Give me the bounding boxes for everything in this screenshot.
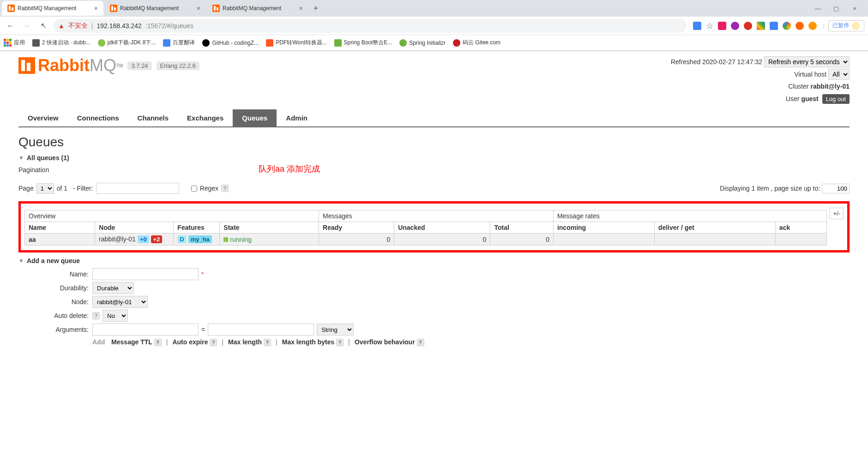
help-icon[interactable]: ? (417, 339, 424, 346)
bookmark-item[interactable]: Spring Boot整合E... (334, 39, 392, 47)
bookmark-item[interactable]: 百度翻译 (163, 39, 195, 47)
th-deliver[interactable]: deliver / get (654, 222, 775, 234)
bookmark-label: 码云 Gitee.com (463, 39, 500, 47)
paused-badge[interactable]: 已暂停 (828, 20, 864, 31)
th-features[interactable]: Features (174, 222, 220, 234)
browser-tab-1[interactable]: RabbitMQ Management × (2, 1, 103, 16)
cluster-name: rabbit@ly-01 (811, 83, 850, 90)
apps-button[interactable]: 应用 (4, 39, 25, 47)
tab-admin[interactable]: Admin (277, 109, 317, 126)
highlighted-table-area: Overview Messages Message rates Name Nod… (18, 201, 850, 252)
th-ack[interactable]: ack (775, 222, 827, 234)
book-icon (32, 39, 40, 47)
cell-deliver (654, 234, 775, 246)
regex-label: Regex (200, 185, 218, 192)
avatar-icon (852, 22, 860, 30)
th-name[interactable]: Name (25, 222, 95, 234)
pagination-label: Pagination (18, 166, 850, 174)
hint-message-ttl[interactable]: Message TTL (111, 338, 152, 346)
bookmark-label: GitHub - codingZ... (212, 40, 259, 46)
github-icon (202, 39, 210, 47)
node-select[interactable]: rabbit@ly-01 (92, 296, 148, 308)
tab-close-icon[interactable]: × (299, 5, 303, 12)
th-incoming[interactable]: incoming (553, 222, 654, 234)
pdf-icon (266, 39, 273, 47)
th-node[interactable]: Node (95, 222, 174, 234)
minimize-button[interactable]: — (811, 1, 825, 15)
tab-close-icon[interactable]: × (197, 5, 200, 12)
bookmark-item[interactable]: jdk8下载-JDK 8下... (98, 39, 156, 47)
help-icon[interactable]: ? (336, 339, 344, 346)
hint-overflow[interactable]: Overflow behaviour (355, 338, 415, 346)
auto-delete-select[interactable]: No (102, 310, 128, 322)
bookmark-item[interactable]: 2 快速启动 · dubb... (32, 39, 90, 47)
th-unacked[interactable]: Unacked (394, 222, 490, 234)
cell-incoming (553, 234, 654, 246)
help-icon[interactable]: ? (210, 339, 217, 346)
ext-icon-orange1[interactable] (796, 22, 804, 30)
rabbitmq-logo: RabbitMQTM (18, 56, 123, 75)
tab-close-icon[interactable]: × (94, 5, 98, 12)
tab-queues[interactable]: Queues (233, 109, 277, 126)
hint-max-length[interactable]: Max length (228, 338, 262, 346)
ext-icon-fe[interactable] (718, 22, 726, 30)
spring-icon (399, 39, 407, 47)
columns-toggle[interactable]: +/- (830, 208, 844, 219)
ext-icon-blue[interactable] (770, 22, 778, 30)
forward-button[interactable]: → (20, 19, 33, 32)
rabbitmq-icon (18, 57, 35, 74)
regex-checkbox[interactable] (191, 186, 197, 192)
ext-icon-color[interactable] (783, 22, 791, 30)
badge-ha: my_ha (188, 235, 212, 243)
help-icon[interactable]: ? (92, 312, 100, 319)
back-button[interactable]: ← (4, 19, 17, 32)
bookmark-item[interactable]: 码云 Gitee.com (453, 39, 500, 47)
durability-select[interactable]: Durable (92, 282, 134, 294)
address-bar[interactable]: ▲ 不安全 | 192.168.43.242:15672/#/queues (54, 19, 687, 33)
add-queue-toggle[interactable]: ▼ Add a new queue (18, 257, 850, 264)
arg-value-input[interactable] (208, 324, 314, 336)
arg-key-input[interactable] (92, 324, 199, 336)
new-tab-button[interactable]: + (309, 2, 322, 15)
logout-button[interactable]: Log out (822, 94, 850, 104)
maximize-button[interactable]: ▢ (829, 1, 843, 15)
th-ready[interactable]: Ready (319, 222, 394, 234)
tab-overview[interactable]: Overview (18, 109, 68, 126)
bookmark-item[interactable]: Spring Initializr (399, 39, 446, 47)
help-icon[interactable]: ? (154, 339, 162, 346)
tab-connections[interactable]: Connections (68, 109, 128, 126)
queue-name[interactable]: aa (29, 236, 36, 243)
th-total[interactable]: Total (490, 222, 554, 234)
translate-icon[interactable] (693, 22, 701, 30)
vhost-select[interactable]: All (828, 69, 850, 80)
close-button[interactable]: × (848, 1, 862, 15)
browser-tab-2[interactable]: RabbitMQ Management × (104, 1, 206, 16)
browser-tab-3[interactable]: RabbitMQ Management × (207, 1, 308, 16)
table-row[interactable]: aa rabbit@ly-01 +0 +2 D my_ha running 0 … (25, 234, 827, 246)
help-icon[interactable]: ? (221, 185, 229, 192)
ext-icon-multi[interactable] (757, 22, 765, 30)
tab-exchanges[interactable]: Exchanges (178, 109, 233, 126)
help-icon[interactable]: ? (264, 339, 271, 346)
page-size-input[interactable] (822, 184, 850, 193)
page-select[interactable]: 1 (36, 183, 54, 194)
hint-max-length-bytes[interactable]: Max length bytes (282, 338, 335, 346)
bookmark-item[interactable]: GitHub - codingZ... (202, 39, 259, 47)
bookmark-star-icon[interactable]: ☆ (706, 21, 713, 31)
arg-type-select[interactable]: String (317, 324, 354, 336)
bookmark-item[interactable]: PDF转Word转换器... (266, 39, 326, 47)
all-queues-label: All queues (1) (27, 154, 69, 162)
th-state[interactable]: State (220, 222, 319, 234)
tab-channels[interactable]: Channels (128, 109, 178, 126)
hint-auto-expire[interactable]: Auto expire (172, 338, 208, 346)
adblock-icon[interactable] (744, 22, 752, 30)
all-queues-toggle[interactable]: ▼ All queues (1) (18, 154, 850, 162)
badge-plus-0: +0 (138, 235, 149, 243)
filter-input[interactable] (96, 183, 179, 194)
ext-icon-purple[interactable] (731, 22, 739, 30)
bookmark-label: Spring Boot整合E... (344, 39, 392, 47)
refresh-interval-select[interactable]: Refresh every 5 seconds (764, 56, 850, 67)
ext-icon-orange2[interactable] (808, 22, 817, 30)
name-input[interactable] (92, 268, 199, 280)
tab-title: RabbitMQ Management (18, 5, 91, 12)
